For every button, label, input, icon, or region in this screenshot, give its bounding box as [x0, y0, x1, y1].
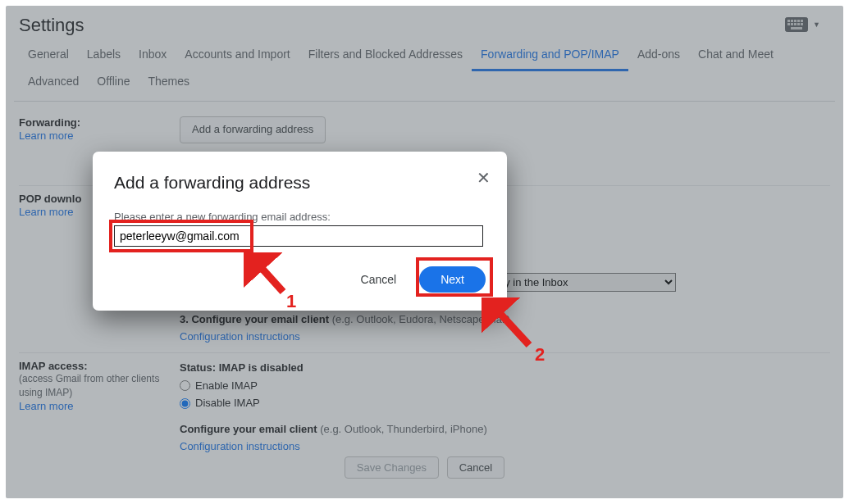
dialog-prompt: Please enter a new forwarding email addr…: [114, 211, 486, 223]
close-icon[interactable]: ✕: [477, 170, 491, 186]
dialog-cancel-button[interactable]: Cancel: [356, 272, 402, 287]
dialog-title: Add a forwarding address: [114, 173, 486, 193]
add-forwarding-dialog: Add a forwarding address ✕ Please enter …: [93, 152, 507, 311]
dialog-next-button[interactable]: Next: [419, 266, 486, 293]
forwarding-email-input[interactable]: [114, 225, 483, 247]
